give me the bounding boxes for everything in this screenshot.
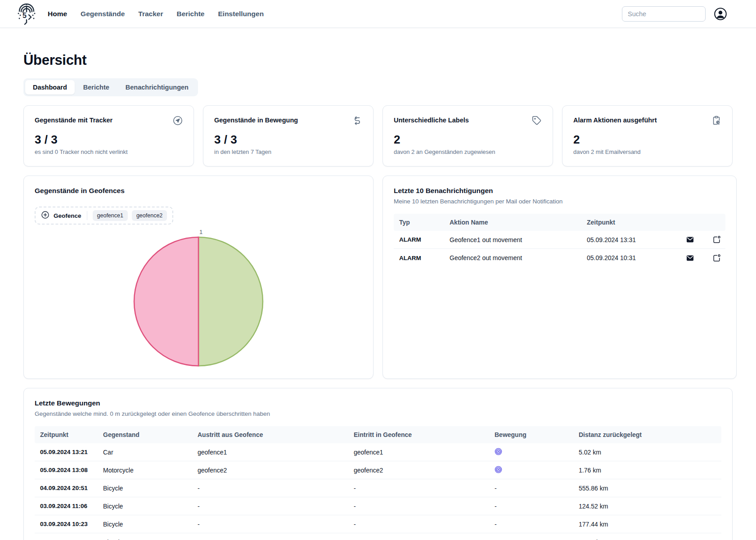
mov-zeit: 03.09.2024 08:11 [35, 536, 98, 540]
stat-subtitle: davon 2 an Gegenständen zugewiesen [394, 148, 542, 155]
mov-eintritt: geofence2 [348, 463, 489, 477]
col-zeitpunkt: Zeitpunkt [35, 428, 98, 442]
notif-zeit: 05.09.2024 13:31 [581, 233, 680, 247]
notifications-table: Typ Aktion Name Zeitpunkt ALARM Geofence… [394, 214, 725, 267]
notif-typ: ALARM [394, 233, 444, 247]
col-distanz: Distanz zurückgelegt [573, 428, 721, 442]
stat-title: Gegenstände in Bewegung [214, 117, 298, 124]
stat-card-alarm: Alarm Aktionen ausgeführt 2 davon 2 mit … [562, 105, 733, 166]
stat-title: Gegenstände mit Tracker [35, 117, 112, 124]
mov-distanz: 5.02 km [573, 445, 721, 459]
mov-gegenstand: Bicycle [98, 481, 192, 495]
mov-gegenstand: Bicycle [98, 517, 192, 531]
mov-gegenstand: Bicycle [98, 499, 192, 513]
page-title: Übersicht [23, 52, 733, 68]
stat-subtitle: davon 2 mit Emailversand [573, 148, 721, 155]
stat-cards-row: Gegenstände mit Tracker 3 / 3 es sind 0 … [23, 105, 733, 166]
clipboard-clock-icon [711, 116, 721, 127]
stat-value: 2 [394, 133, 542, 147]
notification-row: ALARM Geofence1 out movement 05.09.2024 … [394, 231, 725, 249]
notification-row: ALARM Geofence2 out movement 05.09.2024 … [394, 249, 725, 267]
geofence-filter-label: Geofence [54, 212, 81, 219]
mov-zeit: 03.09.2024 11:06 [35, 499, 98, 513]
mov-austritt: geofence2 [192, 463, 348, 477]
stat-title: Alarm Aktionen ausgeführt [573, 117, 657, 124]
navigation-circle-icon [173, 116, 183, 127]
stat-card-labels: Unterschiedliche Labels 2 davon 2 an Geg… [382, 105, 553, 166]
middle-row: Gegenstände in Geofences Geofence geofen… [23, 176, 733, 379]
col-bewegung: Bewegung [489, 428, 573, 442]
notifications-card: Letzte 10 Benachrichtigungen Meine 10 le… [382, 176, 737, 379]
col-aktion: Aktion Name [444, 215, 581, 230]
col-zeitpunkt: Zeitpunkt [581, 215, 680, 230]
pie-slice-geofence2[interactable] [198, 237, 263, 366]
motion-rings-icon [489, 462, 573, 478]
movement-row: 04.09.2024 20:51 Bicycle - - - 555.86 km [35, 479, 721, 497]
mail-icon[interactable] [686, 254, 694, 262]
user-avatar-button[interactable] [714, 7, 727, 21]
geofence-chip-2[interactable]: geofence2 [132, 210, 167, 221]
col-eintritt: Eintritt in Geofence [348, 428, 489, 442]
notif-zeit: 05.09.2024 10:31 [581, 251, 680, 265]
movements-subtitle: Gegenstände welche mind. 0 m zurückgeleg… [35, 410, 721, 417]
movements-table-header: Zeitpunkt Gegenstand Austritt aus Geofen… [35, 426, 721, 443]
pie-slice-geofence1[interactable] [134, 237, 198, 366]
mov-gegenstand: Motorcycle [98, 463, 192, 477]
geofence-pie-chart: 1 [35, 227, 362, 368]
geofence-chip-1[interactable]: geofence1 [93, 210, 128, 221]
stat-title: Unterschiedliche Labels [394, 117, 469, 124]
search-input[interactable] [622, 6, 706, 22]
mov-zeit: 05.09.2024 13:08 [35, 463, 98, 477]
mov-distanz: 1.76 km [573, 463, 721, 477]
mov-austritt: - [192, 517, 348, 531]
mov-austritt: - [192, 535, 348, 540]
route-icon [352, 116, 362, 127]
col-austritt: Austritt aus Geofence [192, 428, 348, 442]
nav-item-einstellungen[interactable]: Einstellungen [218, 10, 264, 18]
tab-berichte[interactable]: Berichte [76, 80, 117, 94]
tag-icon [532, 116, 542, 127]
filter-divider [87, 211, 87, 220]
user-circle-icon [714, 15, 727, 22]
mov-eintritt: - [348, 499, 489, 513]
stat-subtitle: es sind 0 Tracker noch nicht verlinkt [35, 148, 183, 155]
pie-data-label: 1 [199, 229, 202, 235]
stat-value: 2 [573, 133, 721, 147]
plus-circle-icon [41, 211, 50, 220]
notif-typ: ALARM [394, 251, 444, 265]
mov-bewegung: - [489, 517, 573, 531]
movement-row: 05.09.2024 13:08 Motorcycle geofence2 ge… [35, 461, 721, 479]
nav-item-tracker[interactable]: Tracker [138, 10, 163, 18]
notifications-subtitle: Meine 10 letzten Benachrichtigungen per … [394, 198, 725, 205]
mov-eintritt: - [348, 517, 489, 531]
device-notification-icon[interactable] [712, 254, 721, 262]
overview-tabs: Dashboard Berichte Benachrichtigungen [23, 78, 198, 96]
nav-item-home[interactable]: Home [48, 10, 67, 18]
stat-card-tracker: Gegenstände mit Tracker 3 / 3 es sind 0 … [23, 105, 194, 166]
movement-row: 05.09.2024 13:21 Car geofence1 geofence1… [35, 443, 721, 461]
mov-bewegung: - [489, 499, 573, 513]
geofence-filter: Geofence geofence1 geofence2 [35, 207, 173, 225]
tab-dashboard[interactable]: Dashboard [25, 80, 75, 94]
mov-distanz: 555.86 km [573, 481, 721, 495]
notifications-table-header: Typ Aktion Name Zeitpunkt [394, 214, 725, 231]
nav-item-gegenstaende[interactable]: Gegenstände [81, 10, 125, 18]
add-geofence-button[interactable] [41, 211, 50, 220]
notifications-title: Letzte 10 Benachrichtigungen [394, 187, 725, 195]
mov-eintritt: - [348, 535, 489, 540]
movements-card: Letzte Bewegungen Gegenstände welche min… [23, 388, 733, 540]
movement-row: 03.09.2024 10:23 Bicycle - - - 177.44 km [35, 515, 721, 533]
mov-distanz: 124.52 km [573, 499, 721, 513]
mov-zeit: 03.09.2024 10:23 [35, 517, 98, 531]
nav-item-berichte[interactable]: Berichte [176, 10, 204, 18]
mov-austritt: - [192, 499, 348, 513]
svg-text:5: 5 [22, 12, 27, 19]
tab-benachrichtigungen[interactable]: Benachrichtigungen [118, 80, 196, 94]
mov-austritt: geofence1 [192, 445, 348, 459]
device-notification-icon[interactable] [712, 235, 721, 244]
mov-gegenstand: Car [98, 445, 192, 459]
notif-aktion: Geofence1 out movement [444, 233, 581, 247]
mov-austritt: - [192, 481, 348, 495]
mov-zeit: 04.09.2024 20:51 [35, 481, 98, 495]
mail-icon[interactable] [686, 235, 694, 244]
